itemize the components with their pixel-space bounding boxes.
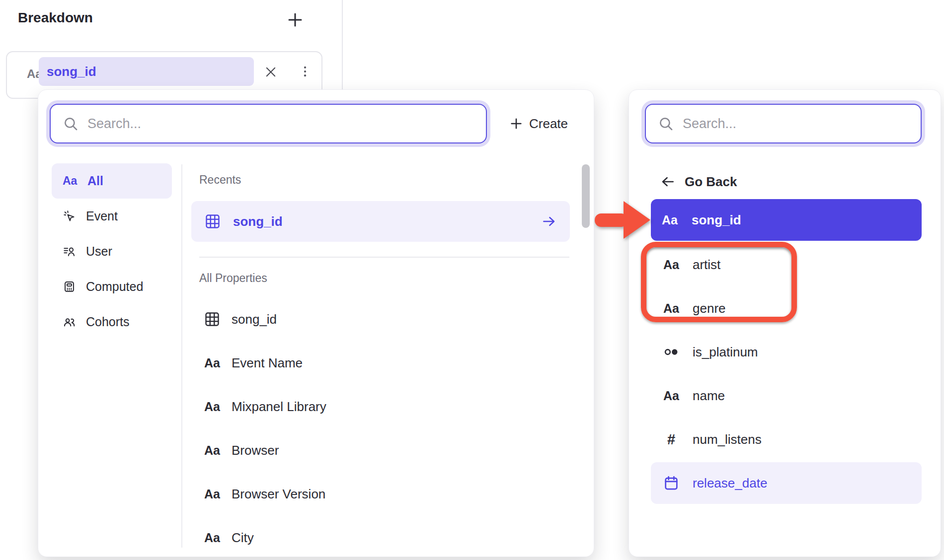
- property-row-genre[interactable]: Aa genre: [651, 286, 922, 330]
- section-divider: [199, 257, 569, 258]
- table-grid-icon: [204, 311, 221, 328]
- breakdown-section-title: Breakdown: [18, 10, 93, 26]
- property-row-browser[interactable]: Aa Browser: [199, 428, 569, 472]
- calculator-icon: [63, 280, 76, 293]
- remove-breakdown-icon[interactable]: [264, 65, 278, 79]
- property-row-browser-version[interactable]: Aa Browser Version: [199, 472, 569, 516]
- search-input[interactable]: [683, 116, 911, 132]
- scrollbar-thumb[interactable]: [582, 164, 590, 228]
- search-icon: [63, 116, 79, 132]
- text-type-icon: Aa: [63, 174, 78, 188]
- search-box: [50, 104, 487, 143]
- text-type-icon: Aa: [663, 258, 679, 272]
- search-input[interactable]: [87, 116, 476, 132]
- go-back-label: Go Back: [685, 174, 737, 190]
- event-cursor-icon: [63, 210, 76, 223]
- sidebar-divider: [181, 164, 182, 548]
- create-button-label: Create: [529, 116, 568, 132]
- property-row-name[interactable]: Aa name: [651, 374, 922, 418]
- all-properties-section-label: All Properties: [199, 272, 267, 285]
- sidebar-item-all[interactable]: Aa All: [52, 163, 172, 199]
- property-picker-dropdown: Create Aa All Event User Computed Cohort…: [38, 89, 594, 557]
- boolean-type-icon: [663, 344, 680, 360]
- property-row-city[interactable]: Aa City: [199, 516, 569, 557]
- property-list: Aa artist Aa genre is_platinum Aa name #…: [651, 243, 922, 504]
- text-type-icon: Aa: [663, 389, 679, 403]
- property-row-is-platinum[interactable]: is_platinum: [651, 330, 922, 374]
- property-row-artist[interactable]: Aa artist: [651, 243, 922, 286]
- property-row-song-id[interactable]: song_id: [199, 297, 569, 341]
- sidebar-item-event[interactable]: Event: [52, 199, 172, 234]
- screenshot-canvas: Breakdown Aa song_id Create Aa All: [0, 0, 944, 560]
- breakdown-property-chip[interactable]: song_id: [39, 57, 254, 86]
- user-icon: [63, 245, 76, 258]
- sidebar-item-computed[interactable]: Computed: [52, 269, 172, 304]
- text-type-icon: Aa: [662, 213, 678, 227]
- property-row-song-id-selected[interactable]: Aa song_id: [651, 199, 922, 241]
- number-type-icon: #: [667, 431, 675, 448]
- search-icon: [658, 116, 674, 132]
- arrow-left-icon: [660, 174, 676, 190]
- property-list: song_id Aa Event Name Aa Mixpanel Librar…: [199, 297, 569, 557]
- text-type-icon: Aa: [204, 356, 220, 370]
- plus-icon: [509, 117, 523, 131]
- category-sidebar: Aa All Event User Computed Cohorts: [52, 163, 172, 340]
- arrow-right-icon: [541, 213, 557, 229]
- create-button[interactable]: Create: [509, 110, 568, 138]
- text-type-icon: Aa: [204, 400, 220, 414]
- add-breakdown-icon[interactable]: [286, 11, 304, 29]
- text-type-icon: Aa: [204, 531, 220, 545]
- property-values-dropdown: Go Back Aa song_id Aa artist Aa genre is…: [629, 89, 941, 557]
- table-grid-icon: [204, 213, 221, 230]
- go-back-button[interactable]: Go Back: [660, 164, 737, 199]
- property-row-release-date[interactable]: release_date: [651, 462, 922, 504]
- text-type-icon: Aa: [204, 487, 220, 501]
- property-row-event-name[interactable]: Aa Event Name: [199, 341, 569, 385]
- recents-section-label: Recents: [199, 173, 241, 187]
- recent-item-song-id[interactable]: song_id: [191, 201, 570, 242]
- breakdown-property-value: song_id: [47, 64, 96, 79]
- sidebar-item-user[interactable]: User: [52, 234, 172, 269]
- calendar-icon: [663, 475, 680, 491]
- property-row-mixpanel-library[interactable]: Aa Mixpanel Library: [199, 385, 569, 428]
- search-box: [645, 104, 922, 143]
- chip-menu-icon[interactable]: [298, 65, 312, 79]
- underlying-panel-divider: [342, 0, 343, 90]
- sidebar-item-cohorts[interactable]: Cohorts: [52, 304, 172, 340]
- text-type-icon: Aa: [204, 443, 220, 458]
- people-icon: [63, 315, 76, 329]
- property-row-num-listens[interactable]: # num_listens: [651, 418, 922, 461]
- text-type-icon: Aa: [663, 301, 679, 316]
